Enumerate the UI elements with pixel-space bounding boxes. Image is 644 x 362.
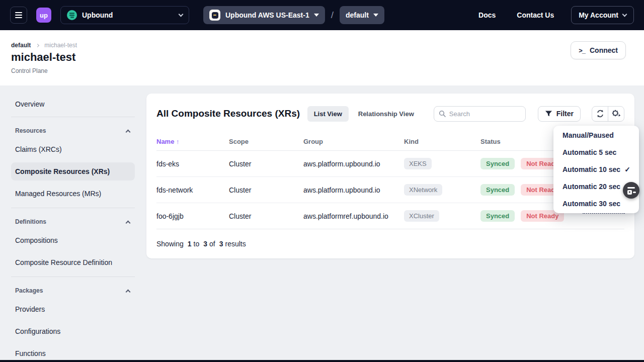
cell-scope: Cluster: [229, 177, 303, 203]
bottom-edge: [0, 360, 644, 362]
contact-us-link[interactable]: Contact Us: [517, 11, 554, 19]
menu-item-automatic-5-sec[interactable]: Automatic 5 sec: [553, 144, 639, 161]
check-icon: ✓: [624, 165, 630, 173]
group-selector[interactable]: default: [340, 6, 384, 24]
connect-button-label: Connect: [590, 46, 618, 54]
menu-item-manual-paused[interactable]: Manual/Paused: [553, 127, 639, 144]
kind-badge: XNetwork: [404, 184, 442, 196]
breadcrumb-root[interactable]: default: [11, 42, 31, 49]
filter-button-label: Filter: [556, 110, 574, 118]
cell-name: fds-network: [156, 177, 229, 203]
cell-name: foo-6jgjb: [156, 203, 229, 229]
list-view-tab[interactable]: List View: [307, 106, 349, 122]
terminal-icon: >_: [579, 47, 585, 54]
kind-badge: XEKS: [404, 158, 432, 169]
cell-scope: Cluster: [229, 151, 303, 177]
upbound-logo[interactable]: up: [36, 8, 51, 23]
filter-button[interactable]: Filter: [538, 106, 581, 122]
results-from: 1: [188, 240, 192, 248]
cell-group: aws.platformref.upbound.io: [303, 203, 404, 229]
cell-name: fds-eks: [156, 151, 229, 177]
view-toggle: List View Relationship View: [307, 106, 421, 122]
sidebar-section-packages[interactable]: Packages: [11, 284, 135, 298]
caret-down-icon: [373, 14, 378, 17]
panel-title: All Composite Resources (XRs): [156, 108, 300, 119]
cell-scope: Cluster: [229, 203, 303, 229]
chevron-right-icon: [36, 43, 39, 47]
hamburger-menu-icon[interactable]: [10, 7, 27, 24]
control-plane-selector[interactable]: Upbound AWS US-East-1: [203, 6, 325, 24]
breadcrumb: default michael-test: [11, 42, 77, 49]
results-total: 3: [219, 240, 223, 248]
menu-item-automatic-30-sec[interactable]: Automatic 30 sec: [553, 195, 639, 212]
cell-group: aws.platform.upbound.io: [303, 177, 404, 203]
sidebar-section-resources[interactable]: Resources: [11, 124, 135, 138]
page-header: default michael-test michael-test Contro…: [0, 30, 644, 85]
chevron-down-icon: [622, 12, 627, 17]
sidebar-item-configurations[interactable]: Configurations: [11, 322, 135, 340]
chevron-up-icon: [126, 289, 131, 294]
column-header-name[interactable]: Name ↑: [156, 134, 229, 151]
organization-selector[interactable]: Upbound: [60, 6, 189, 24]
sidebar-navigation: Overview Resources Claims (XRCs) Composi…: [0, 85, 142, 362]
refresh-icon: [596, 110, 604, 118]
breadcrumb-current: michael-test: [44, 42, 77, 49]
control-plane-selector-label: Upbound AWS US-East-1: [225, 11, 309, 19]
column-header-kind[interactable]: Kind: [404, 134, 480, 151]
play-square-icon: [627, 190, 632, 195]
table-actions-group: [592, 106, 624, 122]
sidebar-item-composite-resource-definition[interactable]: Composite Resource Definition: [11, 253, 135, 272]
path-separator: /: [331, 10, 334, 21]
cell-group: aws.platform.upbound.io: [303, 151, 404, 177]
search-icon: [439, 110, 446, 117]
status-badge-synced: Synced: [480, 184, 515, 196]
sidebar-item-compositions[interactable]: Compositions: [11, 231, 135, 249]
caret-down-icon: [314, 14, 319, 17]
sidebar-item-composite-resources[interactable]: Composite Resources (XRs): [11, 162, 135, 180]
control-plane-icon: [209, 10, 220, 21]
status-badge-synced: Synced: [480, 210, 515, 222]
search-input[interactable]: [449, 110, 515, 118]
results-to: 3: [203, 240, 207, 248]
my-account-label: My Account: [579, 11, 618, 19]
group-selector-label: default: [346, 11, 369, 19]
connect-button[interactable]: >_ Connect: [571, 41, 626, 59]
chevron-up-icon: [126, 220, 131, 225]
sidebar-section-definitions-label: Definitions: [15, 218, 46, 225]
sidebar-item-functions[interactable]: Functions: [11, 344, 135, 362]
filter-funnel-icon: [545, 110, 552, 117]
column-header-scope[interactable]: Scope: [229, 134, 303, 151]
sidebar-section-definitions[interactable]: Definitions: [11, 215, 135, 229]
list-line-icon: [633, 192, 636, 193]
refresh-button[interactable]: [592, 106, 608, 122]
docs-link[interactable]: Docs: [478, 11, 496, 19]
search-box[interactable]: [434, 106, 526, 122]
sidebar-divider: [11, 208, 135, 208]
sidebar-item-claims[interactable]: Claims (XRCs): [11, 140, 135, 158]
my-account-button[interactable]: My Account: [571, 6, 634, 24]
status-badge-synced: Synced: [480, 158, 515, 169]
chevron-up-icon: [126, 129, 131, 134]
organization-avatar-icon: [67, 10, 77, 20]
sidebar-item-managed-resources[interactable]: Managed Resources (MRs): [11, 185, 135, 203]
organization-selector-label: Upbound: [82, 11, 113, 19]
top-navigation-bar: up Upbound Upbound AWS US-East-1 / defau…: [0, 0, 644, 30]
page-subtitle: Control Plane: [11, 67, 48, 74]
menu-item-automatic-10-sec[interactable]: Automatic 10 sec ✓: [553, 161, 639, 178]
sidebar-divider: [11, 117, 135, 117]
floating-recorder-button[interactable]: [623, 182, 639, 199]
sidebar-item-providers[interactable]: Providers: [11, 300, 135, 318]
sort-ascending-icon: ↑: [176, 138, 180, 145]
sidebar-item-overview[interactable]: Overview: [11, 95, 135, 113]
auto-refresh-menu: Manual/Paused Automatic 5 sec Automatic …: [553, 126, 639, 213]
relationship-view-tab[interactable]: Relationship View: [352, 106, 421, 122]
chevron-down-icon: [179, 12, 184, 17]
results-summary: Showing 1 to 3 of 3 results: [146, 229, 634, 258]
kind-badge: XCluster: [404, 210, 439, 222]
sidebar-divider: [11, 277, 135, 277]
gear-caret-icon: [612, 110, 621, 118]
auto-refresh-settings-button[interactable]: [608, 106, 624, 122]
column-header-group[interactable]: Group: [303, 134, 404, 151]
sidebar-section-packages-label: Packages: [15, 287, 43, 294]
sidebar-section-resources-label: Resources: [15, 127, 46, 134]
